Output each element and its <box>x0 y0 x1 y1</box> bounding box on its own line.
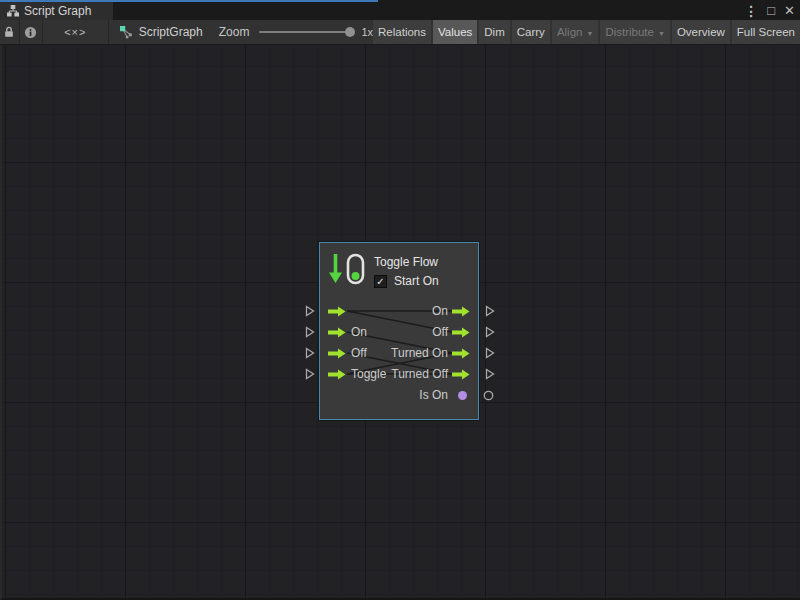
external-input-marker[interactable] <box>305 326 315 338</box>
external-input-marker[interactable] <box>305 368 315 380</box>
zoom-value: 1x <box>361 26 373 38</box>
lock-icon <box>3 25 15 39</box>
node-title: Toggle Flow <box>374 255 439 269</box>
carry-label: Carry <box>517 26 545 38</box>
start-on-label: Start On <box>394 274 439 288</box>
code-preview-button[interactable]: <×> <box>43 20 108 44</box>
dim-button[interactable]: Dim <box>479 20 509 44</box>
values-button[interactable]: Values <box>433 20 477 44</box>
flow-input-port[interactable] <box>328 369 346 380</box>
port-row: On Off <box>320 322 478 343</box>
graph-hierarchy-icon <box>7 5 19 17</box>
external-output-marker[interactable] <box>485 368 495 380</box>
chevron-down-icon: ▼ <box>586 30 593 37</box>
values-label: Values <box>438 26 472 38</box>
lock-button[interactable] <box>0 20 19 44</box>
tab-label: Script Graph <box>24 4 91 18</box>
external-output-marker[interactable] <box>485 305 495 317</box>
maximize-icon[interactable]: □ <box>767 2 775 20</box>
output-port-label: Turned On <box>391 346 448 360</box>
output-port-label: On <box>432 304 448 318</box>
distribute-label: Distribute <box>605 26 654 38</box>
zoom-slider[interactable] <box>259 31 353 33</box>
zoom-control: Zoom 1x <box>219 20 373 44</box>
close-icon[interactable]: ✕ <box>784 2 795 20</box>
align-label: Align <box>557 26 583 38</box>
overview-button[interactable]: Overview <box>672 20 730 44</box>
input-port-label: On <box>351 325 367 339</box>
carry-button[interactable]: Carry <box>512 20 550 44</box>
script-graph-window: Script Graph ⋮ □ ✕ <×> <box>0 0 800 600</box>
port-row: Is On <box>320 385 478 406</box>
external-input-marker[interactable] <box>305 347 315 359</box>
input-port-label: Off <box>351 346 367 360</box>
toggle-flow-icon <box>329 253 365 288</box>
flow-input-port[interactable] <box>328 327 346 338</box>
fullscreen-button[interactable]: Full Screen <box>732 20 800 44</box>
chevron-down-icon: ▼ <box>658 30 665 37</box>
output-port-label: Is On <box>419 388 448 402</box>
overview-label: Overview <box>677 26 725 38</box>
title-bar: Script Graph ⋮ □ ✕ <box>0 0 800 20</box>
window-menu-icon[interactable]: ⋮ <box>744 2 758 20</box>
output-port-label: Off <box>432 325 448 339</box>
zoom-label: Zoom <box>219 25 250 39</box>
port-row: Off Turned On <box>320 343 478 364</box>
tab-script-graph[interactable]: Script Graph <box>0 2 113 20</box>
distribute-button[interactable]: Distribute ▼ <box>600 20 670 44</box>
relations-button[interactable]: Relations <box>373 20 431 44</box>
flow-output-port[interactable] <box>452 348 470 359</box>
graph-breadcrumb[interactable]: ScriptGraph <box>109 20 203 44</box>
start-on-checkbox[interactable]: ✓ <box>374 275 387 288</box>
graph-name: ScriptGraph <box>139 25 203 39</box>
external-output-marker[interactable] <box>485 347 495 359</box>
input-port-label: Toggle <box>351 367 386 381</box>
flow-output-port[interactable] <box>452 369 470 380</box>
value-output-port[interactable] <box>458 391 467 400</box>
info-icon <box>24 26 37 39</box>
flow-input-port[interactable] <box>328 348 346 359</box>
graph-toolbar: <×> ScriptGraph Zoom 1x Relations Values… <box>0 20 800 45</box>
fullscreen-label: Full Screen <box>737 26 795 38</box>
external-value-marker[interactable] <box>483 390 494 401</box>
toggle-flow-node[interactable]: Toggle Flow ✓ Start On On On Off <box>319 242 479 420</box>
port-row: On <box>320 301 478 322</box>
relations-label: Relations <box>378 26 426 38</box>
script-graph-icon <box>119 25 133 39</box>
node-header: Toggle Flow ✓ Start On <box>329 253 439 288</box>
code-icon: <×> <box>64 26 86 38</box>
external-output-marker[interactable] <box>485 326 495 338</box>
output-port-label: Turned Off <box>391 367 448 381</box>
align-button[interactable]: Align ▼ <box>552 20 599 44</box>
node-header-text: Toggle Flow ✓ Start On <box>374 253 439 288</box>
window-controls: ⋮ □ ✕ <box>744 2 795 20</box>
info-button[interactable] <box>20 20 42 44</box>
flow-output-port[interactable] <box>452 327 470 338</box>
flow-output-port[interactable] <box>452 306 470 317</box>
start-on-option: ✓ Start On <box>374 274 439 288</box>
toggle-capsule-icon <box>346 253 365 285</box>
view-buttons-group: Relations Values Dim Carry Align ▼ Distr… <box>373 20 800 44</box>
external-input-marker[interactable] <box>305 305 315 317</box>
down-arrow-icon <box>329 253 342 284</box>
zoom-slider-handle[interactable] <box>345 27 355 37</box>
port-row: Toggle Turned Off <box>320 364 478 385</box>
checkmark-icon: ✓ <box>376 276 384 287</box>
dim-label: Dim <box>484 26 504 38</box>
flow-input-port[interactable] <box>328 306 346 317</box>
